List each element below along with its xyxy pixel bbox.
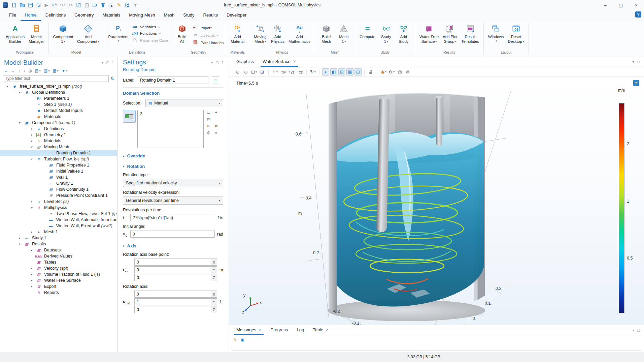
message-line[interactable] — [232, 345, 641, 351]
compute-button[interactable]: = Compute — [358, 23, 377, 40]
add-plot-group-button[interactable]: Add PlotGroup▾ — [441, 23, 459, 44]
axis-y-field[interactable]: Y — [134, 298, 217, 305]
tree-item-global-definitions[interactable]: ▾⊕Global Definitions — [0, 89, 117, 95]
tree-item-tables[interactable]: ▦Tables — [0, 259, 117, 265]
override-section[interactable]: ▸Override — [123, 153, 223, 158]
node-view-icon[interactable]: ▦▾ — [53, 68, 58, 73]
base-y-field[interactable]: Y — [134, 266, 217, 273]
transparency-icon[interactable]: ◧ — [330, 68, 337, 76]
tree-item-materials-global[interactable]: ◉Materials — [0, 114, 117, 120]
tab-progress[interactable]: Progress — [268, 325, 290, 335]
tab-geometry[interactable]: Geometry — [70, 10, 98, 21]
tree-item-wall-1[interactable]: ▤Wall 1 — [0, 174, 117, 180]
add-component-button[interactable]: AddComponent▾ — [75, 23, 101, 44]
domain-selection-heading[interactable]: Domain Selection — [123, 91, 223, 96]
zoom-to-selection-icon[interactable]: ◎ — [206, 130, 211, 135]
tab-study[interactable]: Study — [179, 10, 199, 21]
tree-item-pressure-point-constraint-1[interactable]: ⊟Pressure Point Constraint 1 — [0, 192, 117, 199]
forward-icon[interactable]: → — [11, 68, 15, 73]
revolutions-input[interactable] — [130, 214, 215, 221]
panel-float-icon[interactable]: ▢ — [215, 61, 218, 64]
tree-item-wetted-wall-fixed[interactable]: ▬Wetted Wall, Fixed wall(ww2) — [0, 223, 117, 229]
tree-item-definitions[interactable]: ▸≡Definitions — [0, 126, 117, 132]
format-brush-button[interactable]: ✎ — [115, 1, 123, 9]
panel-pin-icon[interactable]: ⊺ — [222, 61, 223, 64]
tree-item-mesh-1[interactable]: ▸▲Mesh 1 — [0, 229, 117, 235]
zoom-in-icon[interactable]: ⊕ — [234, 68, 241, 76]
selection-dropdown[interactable]: ▤ Manual ▾ — [145, 99, 223, 107]
axis-z-field[interactable]: Z — [134, 306, 217, 313]
lock-icon[interactable] — [367, 68, 374, 76]
parameters-button[interactable]: Pi Parameters▾ — [106, 23, 130, 43]
tree-item-gravity-1[interactable]: ≈Gravity 1 — [0, 180, 117, 186]
windows-button[interactable]: Windows▾ — [486, 23, 506, 43]
redo-button[interactable]: ↷▾ — [59, 1, 67, 9]
tree-item-turbulent-flow[interactable]: ▾≋Turbulent Flow, k-ε(spf) — [0, 156, 117, 162]
panel-float-icon[interactable]: ▢ — [637, 60, 640, 64]
mesh-1-button[interactable]: Mesh1▾ — [335, 23, 352, 44]
tree-item-water-free-surface[interactable]: ▸▧Water Free Surface — [0, 277, 117, 283]
add-mathematics-button[interactable]: Δu↓ AddMathematics — [286, 23, 312, 44]
show-icon[interactable]: ◎ — [28, 68, 32, 73]
tab-graphics[interactable]: Graphics — [234, 57, 256, 67]
close-tab-icon[interactable]: ✕ — [326, 328, 329, 332]
save-as-button[interactable] — [34, 1, 42, 9]
copy-selection-icon[interactable]: ❏ — [206, 110, 211, 115]
appearance-icon[interactable]: ◉▾ — [380, 68, 387, 76]
tree-item-datasets[interactable]: ▸▦Datasets — [0, 247, 117, 253]
show-mesh-icon[interactable]: ▦ — [346, 68, 353, 76]
print-icon[interactable] — [404, 68, 411, 76]
panel-menu-icon[interactable]: ▾ — [633, 328, 634, 332]
cut-button[interactable]: ✂ — [67, 1, 75, 9]
plot-canvas[interactable]: Time=5.5 s ≡ — [229, 77, 644, 325]
tab-developer[interactable]: Developer — [222, 10, 251, 21]
open-file-button[interactable] — [18, 1, 26, 9]
rotate-view-icon[interactable]: ↻▾ — [309, 68, 316, 76]
tree-item-moving-mesh[interactable]: ▾▨Moving Mesh — [0, 144, 117, 150]
tab-table[interactable]: Table✕ — [311, 325, 331, 335]
show-grid-icon[interactable]: ⊞ — [338, 68, 345, 76]
initial-angle-input[interactable] — [130, 231, 215, 238]
tree-item-flow-continuity-1[interactable]: ▤Flow Continuity 1 — [0, 186, 117, 192]
model-manager-button[interactable]: ModelManager — [27, 23, 46, 44]
list-selection-icon[interactable]: ≡ — [214, 130, 218, 135]
tree-item-root[interactable]: ▾◆free_surface_mixer_ls.mph(root) — [0, 83, 117, 89]
move-down-icon[interactable]: ↓ — [23, 68, 25, 73]
label-input[interactable] — [138, 77, 208, 84]
panel-pin-icon[interactable]: ⊺ — [112, 61, 114, 64]
minimize-button[interactable]: – — [598, 0, 613, 10]
paste-button[interactable] — [83, 1, 91, 9]
tab-file[interactable]: File — [5, 10, 21, 21]
functions-button[interactable]: f(x)Functions▾ — [132, 31, 168, 35]
panel-float-icon[interactable]: ▢ — [637, 328, 640, 332]
part-libraries-button[interactable]: Part Libraries — [192, 40, 224, 46]
tab-water-surface[interactable]: Water Surface✕ — [261, 57, 298, 67]
livelink-button[interactable]: ⇄LiveLink▾ — [192, 33, 224, 37]
xz-view-button[interactable]: ↑xz — [296, 70, 304, 74]
tree-item-reports[interactable]: ✎Reports — [0, 290, 117, 296]
panel-menu-icon[interactable]: ▾ — [102, 61, 103, 64]
tree-item-export[interactable]: ▸⊠Export — [0, 283, 117, 290]
application-builder-button[interactable]: A ApplicationBuilder — [4, 23, 27, 44]
panel-menu-icon[interactable]: ▾ — [211, 61, 213, 64]
moving-mesh-button[interactable]: MovingMesh▾ — [251, 23, 269, 44]
tree-item-level-set[interactable]: ▸∿Level Set(ls) — [0, 199, 117, 205]
tree-item-geometry-1[interactable]: ▸AGeometry 1 — [0, 132, 117, 138]
snapshot-icon[interactable] — [396, 68, 403, 76]
tree-item-parameters-1[interactable]: PiParameters 1 — [0, 95, 117, 101]
tree-item-two-phase-flow-level-set-1[interactable]: ≈Two-Phase Flow, Level Set 1(tpf1) — [0, 211, 117, 217]
tree-item-step-1[interactable]: ⌐Step 1(step 1) — [0, 101, 117, 108]
rotation-section[interactable]: ▾Rotation — [123, 164, 223, 169]
tree-filter-input[interactable] — [3, 75, 109, 82]
back-icon[interactable]: ← — [4, 68, 8, 73]
tree-item-velocity[interactable]: ▸▧Velocity (spf) — [0, 265, 117, 271]
customize-quick-access-button[interactable]: ▾ — [131, 1, 139, 9]
axis-x-field[interactable]: X — [134, 291, 217, 298]
reset-desktop-button[interactable]: ResetDesktop▾ — [506, 23, 526, 44]
add-selection-icon[interactable]: + — [214, 110, 218, 115]
tab-materials[interactable]: Materials — [98, 10, 125, 21]
tree-item-study-1[interactable]: ▸∞Study 1 — [0, 235, 117, 241]
tree-item-fluid-properties-1[interactable]: ▤Fluid Properties 1 — [0, 162, 117, 168]
zoom-box-icon[interactable]: ⊞ — [259, 68, 266, 76]
paste-selection-icon[interactable]: ▤ — [206, 117, 211, 121]
